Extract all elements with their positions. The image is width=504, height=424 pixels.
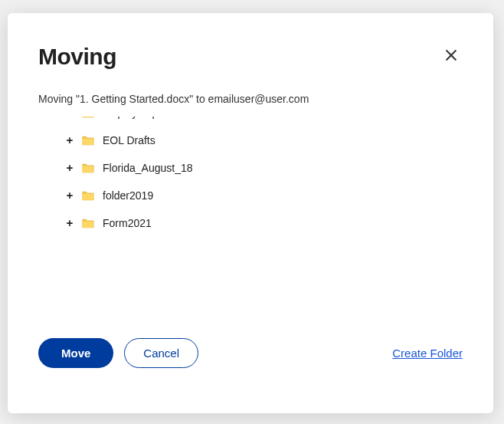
expand-icon[interactable]: + xyxy=(64,218,75,228)
folder-row[interactable]: +Form2021 xyxy=(40,209,464,237)
folder-name-label: folder2019 xyxy=(103,189,153,202)
close-icon xyxy=(443,47,460,64)
move-subtitle: Moving "1. Getting Started.docx" to emai… xyxy=(8,70,493,116)
modal-header: Moving xyxy=(8,13,493,70)
modal-title: Moving xyxy=(38,44,116,70)
folder-icon xyxy=(81,163,95,174)
folder-row[interactable]: +EOL Drafts xyxy=(40,127,464,154)
folder-tree[interactable]: +electronic-signature-send+emailuser@use… xyxy=(40,116,464,306)
folder-row[interactable]: +folder2019 xyxy=(40,182,464,209)
folder-name-label: EOL Drafts xyxy=(103,134,155,146)
folder-name-label: Form2021 xyxy=(103,217,152,229)
expand-icon[interactable]: + xyxy=(64,190,75,201)
move-modal: Moving Moving "1. Getting Started.docx" … xyxy=(8,13,493,413)
folder-icon xyxy=(81,190,95,202)
cancel-button[interactable]: Cancel xyxy=(124,338,198,368)
close-button[interactable] xyxy=(440,44,463,67)
create-folder-link[interactable]: Create Folder xyxy=(392,347,463,360)
move-button[interactable]: Move xyxy=(38,338,113,368)
folder-name-label: Florida_August_18 xyxy=(103,162,193,174)
modal-footer: Move Cancel Create Folder xyxy=(8,306,493,396)
folder-row[interactable]: +Florida_August_18 xyxy=(40,154,464,182)
folder-name-label: employee photos xyxy=(103,116,185,119)
folder-icon xyxy=(81,218,95,229)
folder-row[interactable]: +employee photos xyxy=(40,116,464,127)
expand-icon[interactable]: + xyxy=(64,163,75,173)
folder-icon xyxy=(81,116,95,119)
expand-icon[interactable]: + xyxy=(64,135,75,146)
expand-icon[interactable]: + xyxy=(64,116,75,118)
folder-icon xyxy=(81,135,95,146)
